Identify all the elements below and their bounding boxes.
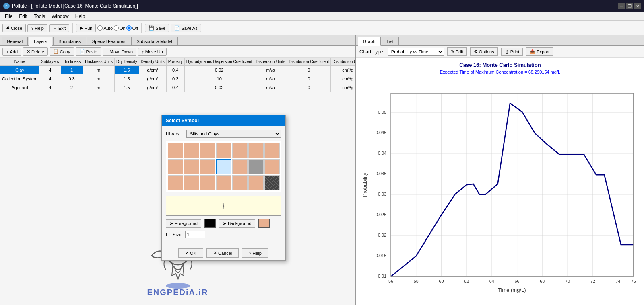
table-cell[interactable]: Aquitard [0,83,39,92]
pattern-item-17[interactable] [200,175,215,190]
ok-button[interactable]: ✔ OK [178,248,203,258]
exit-button[interactable]: ← Exit [49,24,69,32]
table-cell[interactable]: 0.4 [166,66,184,74]
table-row[interactable]: Clay41m1.5g/cm³0.40.02m²/a0cm³/gNone [0,66,356,74]
table-cell[interactable]: m [83,66,115,74]
menu-window[interactable]: Window [48,13,72,20]
graph-tab[interactable]: Graph [358,37,381,46]
pattern-item-5[interactable] [232,143,248,158]
table-cell[interactable]: m [83,83,115,92]
paste-button[interactable]: 📄 Paste [76,47,101,56]
help-button[interactable]: ? Help [27,24,47,32]
foreground-swatch[interactable] [204,219,216,228]
select-symbol-dialog[interactable]: Select Symbol Library: Silts and Clays S… [161,115,286,261]
table-cell[interactable]: cm³/g [331,74,355,83]
chart-type-select[interactable]: Probability vs TimeConcentration vs Time… [388,48,444,56]
add-button[interactable]: + Add [2,48,21,56]
dialog-help-button[interactable]: ? Help [242,248,268,258]
pattern-item-6[interactable] [248,143,264,158]
copy-button[interactable]: 📋 Copy [50,47,74,56]
menu-help[interactable]: Help [72,13,89,20]
table-cell[interactable]: m [83,74,115,83]
table-row[interactable]: Aquitard42m1.5g/cm³0.40.02m²/a0cm³/gNone [0,83,356,92]
table-cell[interactable]: 4 [39,66,61,74]
close-window-button[interactable]: ✕ [634,3,641,9]
pattern-item-20[interactable] [248,175,264,190]
pattern-item-10[interactable] [200,159,215,174]
pattern-item-9[interactable] [184,159,199,174]
tab-subsurface-model[interactable]: Subsurface Model [131,37,178,45]
table-cell[interactable]: Collection System [0,74,39,83]
tab-special-features[interactable]: Special Features [87,37,131,45]
menu-file[interactable]: File [2,13,16,20]
cancel-button[interactable]: ✕ Cancel [206,248,239,258]
export-button[interactable]: 📤 Export [526,47,553,56]
table-cell[interactable]: 0 [287,83,331,92]
window-controls[interactable]: ─ ❐ ✕ [618,3,641,9]
table-cell[interactable]: 0 [287,74,331,83]
table-cell[interactable]: m²/a [254,83,287,92]
pattern-item-3[interactable] [200,143,215,158]
table-cell[interactable]: 2 [61,83,83,92]
table-cell[interactable]: 0 [287,66,331,74]
save-as-button[interactable]: 📄 Save As [171,24,201,32]
table-cell[interactable]: cm³/g [331,83,355,92]
table-cell[interactable]: 0.3 [61,74,83,83]
auto-label[interactable]: Auto [97,25,113,31]
save-button[interactable]: 💾 Save [145,24,169,32]
table-cell[interactable]: 1 [61,66,83,74]
off-label[interactable]: Off [126,25,138,31]
pattern-item-16[interactable] [184,175,199,190]
print-button[interactable]: 🖨 Print [501,48,523,56]
table-cell[interactable]: g/cm³ [139,74,166,83]
table-cell[interactable]: 0.4 [166,83,184,92]
table-cell[interactable]: 0.02 [184,83,254,92]
pattern-item-13[interactable] [248,159,264,174]
on-radio[interactable] [114,25,119,31]
minimize-button[interactable]: ─ [618,3,625,9]
table-cell[interactable]: 0.3 [166,74,184,83]
table-cell[interactable]: 0.02 [184,66,254,74]
pattern-item-2[interactable] [184,143,199,158]
background-button[interactable]: ➤ Background [219,219,255,228]
pattern-item-12[interactable] [232,159,248,174]
on-label[interactable]: On [114,25,126,31]
pattern-item-14[interactable] [264,159,280,174]
table-cell[interactable]: cm³/g [331,66,355,74]
table-cell[interactable]: m²/a [254,66,287,74]
table-cell[interactable]: m²/a [254,74,287,83]
tab-layers[interactable]: Layers [29,37,52,46]
options-button[interactable]: ⚙ Options [470,47,498,56]
table-cell[interactable]: 1.5 [115,66,139,74]
move-up-button[interactable]: ↑ Move Up [138,48,167,56]
pattern-item-11[interactable] [216,159,231,174]
edit-button[interactable]: ✎ Edit [447,47,467,56]
move-down-button[interactable]: ↓ Move Down [103,48,137,56]
table-cell[interactable]: Clay [0,66,39,74]
menu-edit[interactable]: Edit [16,13,31,20]
table-row[interactable]: Collection System40.3m1.5g/cm³0.310m²/a0… [0,74,356,83]
close-button[interactable]: ✖ Close [2,24,26,32]
pattern-item-1[interactable] [168,143,183,158]
background-swatch[interactable] [258,219,270,228]
table-cell[interactable]: g/cm³ [139,66,166,74]
pattern-item-15[interactable] [168,175,183,190]
run-button[interactable]: ▶ Run [76,24,96,32]
table-cell[interactable]: 10 [184,74,254,83]
fill-size-input[interactable] [185,231,205,238]
auto-radio[interactable] [97,25,103,31]
list-tab[interactable]: List [382,37,399,45]
tab-boundaries[interactable]: Boundaries [53,37,86,45]
table-cell[interactable]: 4 [39,74,61,83]
foreground-button[interactable]: ➤ Foreground [166,219,201,228]
pattern-item-21[interactable] [264,175,280,190]
table-cell[interactable]: 4 [39,83,61,92]
table-cell[interactable]: g/cm³ [139,83,166,92]
tab-general[interactable]: General [2,37,28,45]
pattern-item-8[interactable] [168,159,183,174]
pattern-item-4[interactable] [216,143,231,158]
table-cell[interactable]: 1.5 [115,74,139,83]
pattern-item-19[interactable] [232,175,248,190]
off-radio[interactable] [126,25,132,31]
delete-button[interactable]: ✕ Delete [23,47,48,56]
